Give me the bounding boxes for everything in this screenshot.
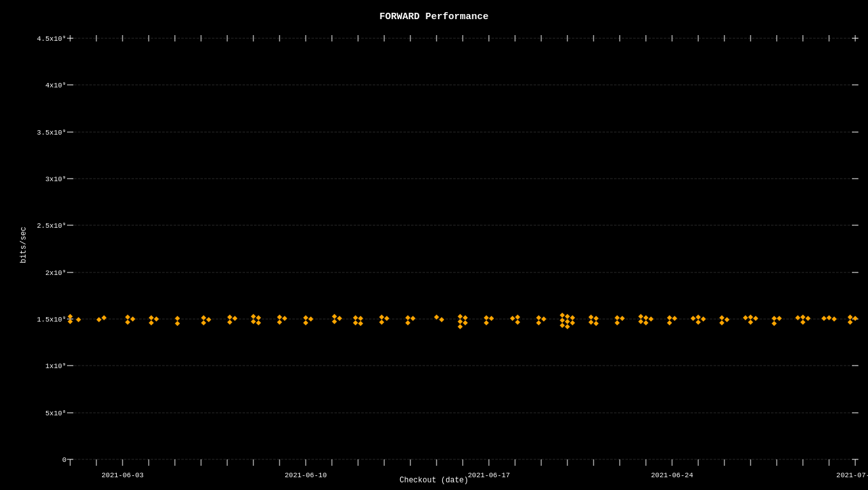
svg-marker-119 [303, 320, 308, 325]
x-tick-jun3: 2021-06-03 [101, 471, 144, 479]
chart-container: FORWARD Performance bits/sec Checkout (d… [0, 0, 868, 490]
svg-marker-93 [68, 319, 73, 324]
svg-marker-189 [800, 320, 805, 325]
svg-marker-171 [667, 320, 672, 325]
y-tick-25e8: 2.5x10⁹ [37, 222, 66, 230]
svg-marker-141 [484, 315, 489, 320]
svg-marker-107 [206, 317, 211, 322]
svg-marker-123 [337, 316, 342, 321]
svg-marker-196 [853, 316, 858, 321]
svg-marker-160 [594, 316, 599, 321]
svg-marker-118 [303, 315, 308, 320]
svg-marker-159 [588, 320, 594, 325]
svg-marker-193 [832, 316, 837, 322]
svg-marker-142 [484, 320, 489, 325]
svg-marker-178 [719, 320, 724, 325]
svg-marker-173 [691, 316, 696, 321]
svg-marker-191 [821, 316, 827, 321]
svg-marker-155 [565, 324, 570, 329]
svg-marker-117 [282, 316, 287, 321]
y-tick-3e9: 3x10⁹ [45, 175, 66, 183]
svg-marker-195 [848, 320, 853, 325]
svg-marker-146 [515, 320, 520, 325]
svg-marker-183 [753, 316, 758, 321]
svg-marker-127 [358, 321, 363, 326]
svg-marker-175 [696, 320, 701, 325]
svg-marker-137 [458, 319, 463, 324]
svg-marker-111 [251, 314, 256, 319]
chart-svg: 0 5x10⁸ 1x10⁹ 1.5x10⁹ 2x10⁹ 2.5x10⁹ 3x10… [0, 0, 868, 490]
svg-marker-157 [570, 320, 575, 325]
svg-marker-126 [358, 316, 363, 321]
svg-marker-185 [772, 321, 777, 326]
svg-marker-190 [805, 316, 811, 321]
svg-marker-110 [232, 316, 237, 321]
y-tick-45e8: 4.5x10⁹ [37, 35, 66, 43]
svg-marker-120 [308, 316, 313, 322]
svg-marker-102 [154, 316, 159, 322]
svg-marker-188 [800, 315, 805, 320]
y-tick-0: 0 [62, 456, 66, 464]
svg-marker-161 [594, 321, 599, 326]
svg-marker-105 [201, 315, 206, 320]
svg-marker-176 [701, 316, 706, 322]
x-tick-jun10: 2021-06-10 [285, 471, 327, 479]
svg-marker-149 [541, 316, 546, 322]
x-tick-jul1: 2021-07-0 [836, 471, 868, 479]
svg-marker-187 [795, 315, 800, 320]
svg-marker-163 [615, 320, 620, 325]
svg-marker-100 [149, 315, 154, 320]
x-tick-jun17: 2021-06-17 [468, 471, 510, 479]
svg-marker-132 [405, 320, 410, 325]
svg-marker-133 [410, 316, 415, 321]
svg-marker-144 [510, 316, 515, 321]
svg-marker-143 [489, 316, 494, 321]
svg-marker-184 [772, 316, 777, 321]
svg-marker-103 [175, 316, 180, 321]
y-tick-35e8: 3.5x10⁹ [37, 129, 66, 137]
svg-marker-135 [439, 317, 444, 322]
svg-marker-121 [332, 314, 337, 319]
svg-marker-96 [101, 315, 107, 320]
svg-marker-152 [560, 323, 565, 328]
svg-marker-125 [353, 320, 358, 325]
svg-marker-151 [560, 318, 565, 323]
svg-marker-122 [332, 319, 337, 324]
data-points [68, 313, 858, 329]
svg-marker-164 [620, 316, 625, 321]
svg-marker-169 [648, 316, 654, 322]
svg-marker-128 [379, 315, 384, 320]
svg-marker-166 [638, 319, 643, 324]
svg-marker-150 [560, 313, 565, 318]
svg-marker-112 [251, 319, 256, 324]
y-tick-4e9: 4x10⁹ [45, 82, 66, 89]
x-tick-jun24: 2021-06-24 [651, 471, 693, 479]
svg-marker-168 [643, 320, 648, 325]
svg-marker-124 [353, 315, 358, 320]
svg-marker-138 [458, 324, 463, 329]
svg-marker-172 [672, 316, 677, 321]
svg-marker-139 [463, 315, 468, 320]
svg-marker-101 [149, 320, 154, 325]
svg-marker-131 [405, 315, 410, 320]
y-tick-1e9: 1x10⁹ [45, 362, 66, 370]
svg-marker-180 [743, 315, 748, 320]
svg-marker-153 [565, 314, 570, 319]
svg-marker-177 [719, 315, 724, 320]
svg-marker-106 [201, 320, 206, 325]
svg-marker-116 [277, 320, 282, 325]
svg-marker-179 [724, 317, 730, 322]
svg-marker-156 [570, 315, 575, 320]
svg-marker-186 [777, 316, 782, 321]
svg-marker-192 [827, 315, 832, 320]
svg-marker-113 [256, 315, 261, 320]
y-tick-15e8: 1.5x10⁹ [37, 316, 66, 323]
svg-marker-162 [615, 315, 620, 320]
y-tick-2e9: 2x10⁹ [45, 269, 66, 277]
svg-marker-109 [227, 320, 232, 325]
svg-marker-94 [76, 317, 81, 322]
svg-marker-95 [96, 317, 101, 322]
svg-marker-99 [130, 316, 135, 322]
svg-marker-98 [125, 320, 130, 325]
y-tick-5e8: 5x10⁸ [45, 410, 66, 417]
